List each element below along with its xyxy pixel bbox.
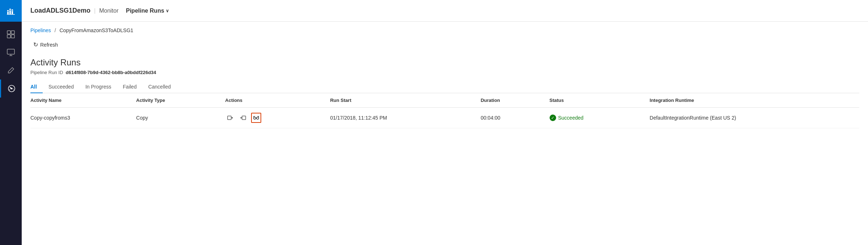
- arrow-right-box-icon: [227, 115, 233, 121]
- breadcrumb-pipelines-link[interactable]: Pipelines: [30, 27, 51, 33]
- sidebar-item-edit[interactable]: [0, 61, 22, 79]
- col-header-activity-name: Activity Name: [30, 93, 130, 108]
- monitor-icon: [7, 48, 15, 56]
- action-input-icon[interactable]: [225, 113, 235, 123]
- tab-all[interactable]: All: [30, 81, 43, 93]
- col-header-actions: Actions: [219, 93, 324, 108]
- breadcrumb-separator: /: [55, 27, 56, 33]
- sidebar-item-dashboard[interactable]: [0, 25, 22, 43]
- filter-tabs: All Succeeded In Progress Failed Cancell…: [30, 81, 859, 93]
- cell-status: ✓ Succeeded: [544, 108, 644, 128]
- svg-rect-3: [7, 14, 15, 15]
- breadcrumb-current: CopyFromAmazonS3ToADLSG1: [60, 27, 134, 33]
- col-header-integration-runtime: Integration Runtime: [644, 93, 859, 108]
- topbar-separator: |: [94, 8, 96, 14]
- status-check-icon: ✓: [550, 115, 556, 121]
- tab-succeeded[interactable]: Succeeded: [43, 81, 80, 93]
- sidebar-item-activity[interactable]: [0, 79, 22, 98]
- dashboard-icon: [7, 30, 15, 38]
- gauge-icon: [8, 85, 16, 93]
- refresh-label: Refresh: [40, 42, 58, 48]
- svg-rect-8: [11, 31, 14, 34]
- main-content: LoadADLSG1Demo | Monitor Pipeline Runs ∨…: [22, 0, 868, 245]
- col-header-run-start: Run Start: [324, 93, 475, 108]
- svg-rect-1: [9, 9, 11, 14]
- svg-rect-4: [8, 11, 8, 12]
- svg-rect-9: [7, 35, 10, 38]
- cell-actions: [219, 108, 324, 128]
- tab-failed[interactable]: Failed: [117, 81, 143, 93]
- status-cell: ✓ Succeeded: [550, 115, 638, 121]
- content-area: Pipelines / CopyFromAmazonS3ToADLSG1 ↻ R…: [22, 22, 868, 245]
- sidebar-item-monitor[interactable]: [0, 43, 22, 61]
- refresh-icon: ↻: [33, 41, 38, 48]
- svg-rect-5: [10, 10, 10, 10]
- topbar-pipeline-runs[interactable]: Pipeline Runs ∨: [126, 8, 169, 14]
- cell-duration: 00:04:00: [475, 108, 543, 128]
- svg-point-20: [254, 117, 256, 119]
- breadcrumb: Pipelines / CopyFromAmazonS3ToADLSG1: [30, 27, 859, 33]
- arrow-left-box-icon: [240, 115, 246, 121]
- svg-rect-18: [242, 116, 246, 120]
- action-details-icon[interactable]: [251, 113, 261, 123]
- refresh-button[interactable]: ↻ Refresh: [30, 39, 61, 50]
- chevron-down-icon: ∨: [166, 8, 169, 13]
- section-title: Activity Runs: [30, 57, 859, 68]
- svg-rect-7: [7, 31, 10, 34]
- run-id-label: Pipeline Run ID: [30, 70, 63, 75]
- glasses-icon: [253, 115, 259, 120]
- tab-in-progress[interactable]: In Progress: [80, 81, 117, 93]
- pipeline-run-id: Pipeline Run ID d614f808-7b9d-4362-bb8b-…: [30, 70, 859, 75]
- factory-icon: [7, 7, 15, 15]
- topbar-monitor: Monitor: [99, 8, 118, 14]
- cell-integration-runtime: DefaultIntegrationRuntime (East US 2): [644, 108, 859, 128]
- status-text: Succeeded: [558, 115, 584, 121]
- table-header-row: Activity Name Activity Type Actions Run …: [30, 93, 859, 108]
- svg-rect-6: [12, 10, 13, 11]
- tab-cancelled[interactable]: Cancelled: [143, 81, 177, 93]
- cell-activity-name: Copy-copyfroms3: [30, 108, 130, 128]
- cell-activity-type: Copy: [130, 108, 219, 128]
- pencil-icon: [7, 66, 15, 74]
- svg-rect-0: [7, 10, 9, 14]
- action-output-icon[interactable]: [238, 113, 248, 123]
- svg-rect-11: [7, 49, 14, 54]
- sidebar: [0, 0, 22, 245]
- svg-rect-16: [228, 116, 231, 120]
- svg-rect-10: [11, 35, 14, 38]
- cell-run-start: 01/17/2018, 11:12:45 PM: [324, 108, 475, 128]
- col-header-duration: Duration: [475, 93, 543, 108]
- col-header-status: Status: [544, 93, 644, 108]
- app-logo: [0, 0, 22, 22]
- app-title: LoadADLSG1Demo: [30, 7, 90, 14]
- run-id-value: d614f808-7b9d-4362-bb8b-a0bddf226d34: [66, 70, 156, 75]
- actions-cell: [225, 113, 318, 123]
- section-header: Activity Runs Pipeline Run ID d614f808-7…: [30, 57, 859, 75]
- col-header-activity-type: Activity Type: [130, 93, 219, 108]
- svg-rect-2: [12, 9, 13, 14]
- topbar: LoadADLSG1Demo | Monitor Pipeline Runs ∨: [22, 0, 868, 22]
- activity-runs-table: Activity Name Activity Type Actions Run …: [30, 93, 859, 128]
- table-row: Copy-copyfroms3 Copy: [30, 108, 859, 128]
- svg-point-21: [257, 117, 259, 119]
